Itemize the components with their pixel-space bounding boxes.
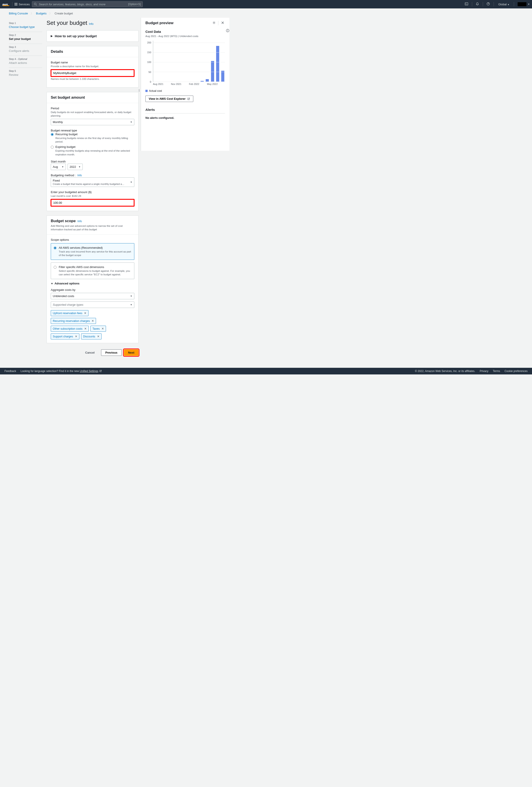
aggregate-select[interactable]: Unblended costs ▼ [51,293,134,299]
cancel-button[interactable]: Cancel [81,349,99,356]
chart-bar [216,46,219,82]
scope-options-label: Scope options [51,238,134,241]
scope-panel: Budget scopeInfo Add filtering and use a… [46,215,139,343]
chart-bar [221,71,224,82]
charge-types-select[interactable]: Supported charge types ▼ [51,301,134,308]
top-navbar: aws Services Search for services, featur… [0,0,532,8]
scope-all-option[interactable]: All AWS services (Recommended) Track any… [51,243,134,260]
charge-type-token: Taxes✕ [90,326,106,332]
budget-name-label: Budget name [51,61,134,64]
help-icon[interactable] [485,2,491,6]
remove-token-icon[interactable]: ✕ [102,327,104,330]
remove-token-icon[interactable]: ✕ [75,335,77,338]
step-1[interactable]: Step 1 Choose budget type [9,20,42,32]
search-placeholder: Search for services, features, blogs, do… [39,3,128,6]
scope-info-link[interactable]: Info [77,220,82,223]
external-link-icon [99,370,102,372]
page-title: Set your budgetInfo [46,20,139,26]
scope-heading: Budget scopeInfo [51,219,134,223]
budget-amount-label: Enter your budgeted amount ($) [51,190,134,194]
charge-type-token: Upfront reservation fees✕ [51,310,88,316]
alerts-heading: Alerts [145,108,225,113]
wizard-steps: Step 1 Choose budget type Step 2 Set you… [0,18,46,80]
cost-chart: 050100150200 Aug 2021Nov 2021Feb 2022May… [145,41,225,87]
svg-line-10 [36,5,37,5]
budget-name-input[interactable] [51,69,134,77]
start-year-select[interactable]: 2022▼ [68,164,83,170]
global-search[interactable]: Search for services, features, blogs, do… [32,1,143,7]
start-month-select[interactable]: Aug▼ [51,164,66,170]
grid-icon [15,3,17,5]
next-button[interactable]: Next [124,349,139,356]
aws-logo[interactable]: aws [2,2,10,6]
period-select[interactable]: Monthly ▼ [51,119,134,125]
previous-button[interactable]: Previous [101,349,122,356]
caret-down-icon[interactable]: ▼ [528,3,530,5]
triangle-down-icon: ▼ [51,282,53,285]
chevron-right-icon: 〉 [49,12,52,15]
method-info-link[interactable]: Info [77,174,82,177]
aggregate-label: Aggregate costs by [51,288,134,292]
services-menu[interactable]: Services [15,3,30,6]
chart-bar [211,61,214,82]
remove-token-icon[interactable]: ✕ [91,319,94,323]
chart-legend: Actual cost [145,89,225,92]
svg-point-9 [34,3,36,5]
svg-rect-6 [15,5,15,5]
step-5: Step 5 Review [9,68,42,80]
info-link[interactable]: Info [89,22,93,25]
howto-toggle[interactable]: ▶ How to set up your budget [47,30,138,41]
services-label: Services [19,3,30,6]
renewal-label: Budget renewal type [51,129,134,132]
search-hint: [Option+S] [128,3,141,6]
region-selector[interactable]: Global ▼ [496,3,512,6]
advanced-options-toggle[interactable]: ▼ Advanced options [51,282,134,285]
remove-token-icon[interactable]: ✕ [97,335,100,338]
region-label: Global [498,3,507,6]
scope-filter-option[interactable]: Filter specific AWS cost dimensions Sele… [51,262,134,279]
caret-down-icon: ▼ [79,166,81,168]
svg-rect-2 [17,3,17,3]
chevron-right-icon: 〉 [30,12,34,15]
remove-token-icon[interactable]: ✕ [84,312,86,315]
breadcrumb-current: Create budget [55,12,73,15]
preview-title: Budget preview [145,21,211,25]
unified-settings-link[interactable]: Unified Settings [80,369,102,373]
step-4: Step 4 - Optional Attach actions [9,56,42,68]
amount-heading: Set budget amount [51,95,134,100]
svg-rect-11 [465,3,468,5]
feedback-link[interactable]: Feedback [4,369,16,373]
cookie-link[interactable]: Cookie preferences [505,369,528,373]
start-month-label: Start month [51,160,134,163]
details-panel: Details Budget name Provide a descriptiv… [46,46,139,88]
search-icon [34,3,37,6]
account-menu[interactable] [517,2,527,6]
cloudshell-icon[interactable] [464,2,470,6]
step-2: Step 2 Set your budget [9,32,42,44]
expiring-radio[interactable]: Expiring budget Expiring monthly budgets… [51,145,134,156]
terms-link[interactable]: Terms [493,369,500,373]
notifications-icon[interactable] [474,2,481,6]
budget-preview-panel: Budget preview Cost Data Aug 2021 - Aug … [141,18,229,151]
external-link-icon [187,98,190,100]
wizard-buttons: Cancel Previous Next [46,347,139,360]
breadcrumb-budgets[interactable]: Budgets [36,12,46,15]
alerts-empty: No alerts configured. [145,116,225,120]
svg-rect-4 [16,4,16,5]
privacy-link[interactable]: Privacy [480,369,488,373]
caret-down-icon: ▼ [62,166,64,168]
info-icon[interactable] [226,29,230,33]
triangle-right-icon: ▶ [51,35,52,38]
svg-rect-0 [15,3,15,3]
recurring-radio[interactable]: Recurring budget Recurring budgets renew… [51,132,134,144]
period-label: Period [51,107,134,110]
close-icon[interactable] [220,21,225,25]
view-cost-explorer-button[interactable]: View in AWS Cost Explorer [145,95,193,102]
method-select[interactable]: Fixed Create a budget that tracks agains… [51,177,134,187]
budget-amount-input[interactable] [51,199,134,206]
caret-down-icon: ▼ [130,181,132,183]
remove-token-icon[interactable]: ✕ [84,327,87,330]
gear-icon[interactable] [211,21,216,25]
details-heading: Details [51,49,134,54]
breadcrumb-billing[interactable]: Billing Console [9,12,28,15]
